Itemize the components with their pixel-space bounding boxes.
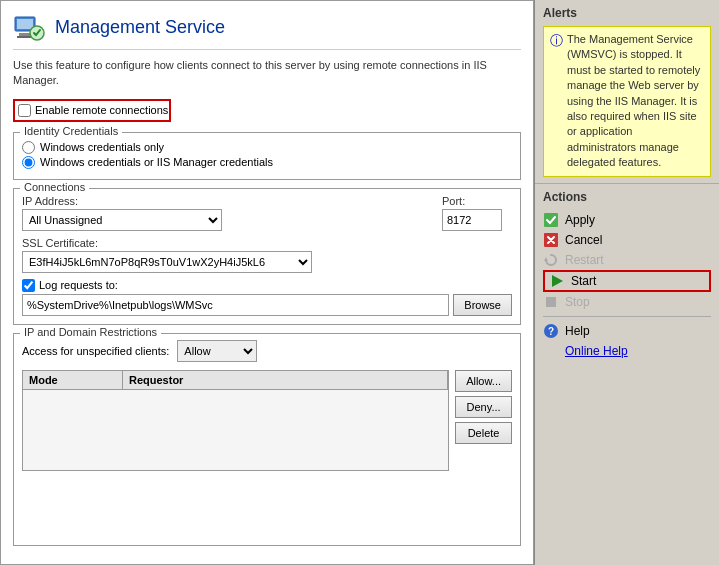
action-online-help[interactable]: Online Help (543, 341, 711, 361)
ip-label: IP Address: (22, 195, 432, 207)
alert-box: ⓘ The Management Service (WMSVC) is stop… (543, 26, 711, 177)
ip-select[interactable]: All Unassigned (22, 209, 222, 231)
ssl-select[interactable]: E3fH4iJ5kL6mN7oP8qR9sT0uV1wX2yH4iJ5kL6 (22, 251, 312, 273)
ip-buttons: Allow... Deny... Delete (455, 366, 512, 471)
actions-section: Actions Apply Cancel Restart (535, 184, 719, 367)
action-cancel-label: Cancel (565, 233, 602, 247)
actions-title: Actions (543, 190, 711, 204)
action-restart: Restart (543, 250, 711, 270)
action-online-help-label: Online Help (565, 344, 628, 358)
ip-port-row: IP Address: All Unassigned Port: (22, 195, 512, 231)
svg-rect-9 (546, 297, 556, 307)
action-start[interactable]: Start (543, 270, 711, 292)
enable-remote-checkbox[interactable] (18, 104, 31, 117)
enable-remote-row: Enable remote connections (13, 99, 521, 122)
action-stop-label: Stop (565, 295, 590, 309)
ip-domain-title: IP and Domain Restrictions (20, 326, 161, 338)
identity-credentials-group: Identity Credentials Windows credentials… (13, 132, 521, 180)
svg-marker-8 (552, 275, 563, 287)
connections-group: Connections IP Address: All Unassigned P… (13, 188, 521, 325)
table-header: Mode Requestor (23, 371, 448, 390)
alert-text: The Management Service (WMSVC) is stoppe… (567, 32, 704, 171)
ssl-label: SSL Certificate: (22, 237, 512, 249)
restart-icon (543, 252, 559, 268)
management-service-icon (13, 11, 45, 43)
browse-button[interactable]: Browse (453, 294, 512, 316)
port-label: Port: (442, 195, 512, 207)
table-body (23, 390, 448, 470)
restrictions-table: Mode Requestor (22, 370, 449, 471)
svg-rect-1 (17, 19, 33, 29)
col-mode: Mode (23, 371, 123, 389)
radio-windows-iis-label: Windows credentials or IIS Manager crede… (40, 156, 273, 168)
right-panel: Alerts ⓘ The Management Service (WMSVC) … (534, 0, 719, 565)
deny-button[interactable]: Deny... (455, 396, 512, 418)
identity-credentials-title: Identity Credentials (20, 125, 122, 137)
separator (543, 316, 711, 317)
alerts-title: Alerts (543, 6, 711, 20)
log-input-row: Browse (22, 294, 512, 316)
ip-field: IP Address: All Unassigned (22, 195, 432, 231)
connections-title: Connections (20, 181, 89, 193)
log-label: Log requests to: (39, 279, 118, 291)
action-cancel[interactable]: Cancel (543, 230, 711, 250)
action-help[interactable]: ? Help (543, 321, 711, 341)
page-title: Management Service (55, 17, 225, 38)
action-apply-label: Apply (565, 213, 595, 227)
radio-windows-iis-row: Windows credentials or IIS Manager crede… (22, 156, 512, 169)
enable-remote-checkbox-wrapper: Enable remote connections (13, 99, 171, 122)
apply-icon (543, 212, 559, 228)
start-icon (549, 273, 565, 289)
access-label: Access for unspecified clients: (22, 345, 169, 357)
svg-marker-7 (544, 257, 548, 261)
action-restart-label: Restart (565, 253, 604, 267)
action-help-label: Help (565, 324, 590, 338)
allow-button[interactable]: Allow... (455, 370, 512, 392)
alerts-section: Alerts ⓘ The Management Service (WMSVC) … (535, 0, 719, 184)
svg-rect-2 (19, 33, 31, 36)
radio-windows-iis[interactable] (22, 156, 35, 169)
ip-domain-group: IP and Domain Restrictions Access for un… (13, 333, 521, 546)
port-input[interactable] (442, 209, 502, 231)
enable-remote-label: Enable remote connections (35, 104, 168, 116)
stop-icon (543, 294, 559, 310)
port-field: Port: (442, 195, 512, 231)
log-checkbox[interactable] (22, 279, 35, 292)
delete-button[interactable]: Delete (455, 422, 512, 444)
action-apply[interactable]: Apply (543, 210, 711, 230)
col-requestor: Requestor (123, 371, 448, 389)
action-start-label: Start (571, 274, 596, 288)
info-icon: ⓘ (550, 32, 563, 171)
ssl-field: SSL Certificate: E3fH4iJ5kL6mN7oP8qR9sT0… (22, 237, 512, 273)
online-help-icon (543, 343, 559, 359)
log-checkbox-row: Log requests to: (22, 279, 512, 292)
ip-domain-inner: Mode Requestor Allow... Deny... Delete (22, 366, 512, 471)
description: Use this feature to configure how client… (13, 58, 521, 89)
main-panel: Management Service Use this feature to c… (0, 0, 534, 565)
radio-windows-only[interactable] (22, 141, 35, 154)
header: Management Service (13, 11, 521, 50)
help-icon: ? (543, 323, 559, 339)
radio-windows-only-label: Windows credentials only (40, 141, 164, 153)
log-path-input[interactable] (22, 294, 449, 316)
action-stop: Stop (543, 292, 711, 312)
cancel-icon (543, 232, 559, 248)
ip-table-area: Mode Requestor (22, 366, 449, 471)
access-select[interactable]: Allow Deny (177, 340, 257, 362)
svg-text:?: ? (548, 326, 554, 337)
radio-windows-only-row: Windows credentials only (22, 141, 512, 154)
access-row: Access for unspecified clients: Allow De… (22, 340, 512, 362)
